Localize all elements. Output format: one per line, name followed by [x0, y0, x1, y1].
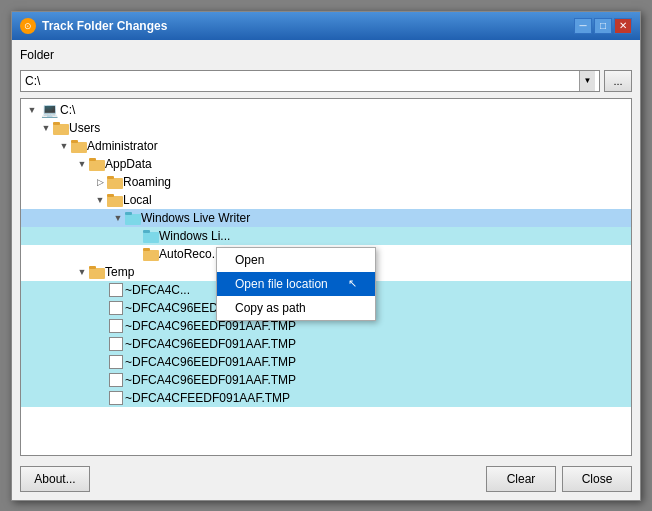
- folder-icon: [89, 265, 105, 279]
- folder-icon: [125, 211, 141, 225]
- file-icon: [109, 355, 123, 369]
- browse-button[interactable]: ...: [604, 70, 632, 92]
- svg-rect-14: [143, 250, 159, 261]
- file-icon: [109, 391, 123, 405]
- svg-rect-3: [71, 140, 78, 143]
- svg-rect-9: [107, 194, 114, 197]
- tree-label-tmp7: ~DFCA4CFEEDF091AAF.TMP: [125, 391, 290, 405]
- tree-label-windows: Windows Li...: [159, 229, 230, 243]
- svg-rect-5: [89, 158, 96, 161]
- folder-tree-container[interactable]: ▼ 💻 C:\ ▼ Users ▼ Administrator: [20, 98, 632, 456]
- context-menu-copy-path[interactable]: Copy as path: [217, 296, 375, 320]
- tree-item-wlw[interactable]: ▼ Windows Live Writer: [21, 209, 631, 227]
- expand-icon: ▼: [25, 103, 39, 117]
- folder-path: C:\: [25, 74, 579, 88]
- tree-label-admin: Administrator: [87, 139, 158, 153]
- cursor-arrow: ↖: [348, 277, 357, 290]
- tree-label-local: Local: [123, 193, 152, 207]
- tree-item-tmp7[interactable]: ~DFCA4CFEEDF091AAF.TMP: [21, 389, 631, 407]
- context-menu: Open Open file location ↖ Copy as path: [216, 247, 376, 321]
- maximize-button[interactable]: □: [594, 18, 612, 34]
- folder-combo[interactable]: C:\ ▼: [20, 70, 600, 92]
- tree-item-tmp4[interactable]: ~DFCA4C96EEDF091AAF.TMP: [21, 335, 631, 353]
- tree-item-tmp6[interactable]: ~DFCA4C96EEDF091AAF.TMP: [21, 371, 631, 389]
- file-icon: [109, 301, 123, 315]
- svg-rect-10: [125, 214, 141, 225]
- tree-item-windows[interactable]: Windows Li...: [21, 227, 631, 245]
- close-window-button[interactable]: ✕: [614, 18, 632, 34]
- main-window: ⊙ Track Folder Changes ─ □ ✕ Folder C:\ …: [11, 11, 641, 501]
- file-icon: [109, 337, 123, 351]
- expand-icon: ▼: [93, 193, 107, 207]
- minimize-button[interactable]: ─: [574, 18, 592, 34]
- svg-rect-2: [71, 142, 87, 153]
- expand-icon: [93, 391, 107, 405]
- tree-item-root[interactable]: ▼ 💻 C:\: [21, 101, 631, 119]
- content-area: Folder C:\ ▼ ... ▼ 💻 C:\ ▼: [12, 40, 640, 500]
- tree-item-users[interactable]: ▼ Users: [21, 119, 631, 137]
- folder-icon: [143, 229, 159, 243]
- tree-label-temp: Temp: [105, 265, 134, 279]
- folder-row: C:\ ▼ ...: [20, 70, 632, 92]
- tree-label-users: Users: [69, 121, 100, 135]
- tree-label-wlw: Windows Live Writer: [141, 211, 250, 225]
- expand-icon: ▼: [75, 157, 89, 171]
- expand-icon: ▼: [111, 211, 125, 225]
- tree-label-roaming: Roaming: [123, 175, 171, 189]
- svg-rect-12: [143, 232, 159, 243]
- folder-label: Folder: [20, 48, 632, 62]
- expand-icon: ▷: [93, 175, 107, 189]
- tree-label-root: C:\: [60, 103, 75, 117]
- expand-icon: [93, 373, 107, 387]
- folder-dropdown-arrow[interactable]: ▼: [579, 71, 595, 91]
- tree-label-tmp3: ~DFCA4C96EEDF091AAF.TMP: [125, 319, 296, 333]
- svg-rect-13: [143, 230, 150, 233]
- folder-icon: [89, 157, 105, 171]
- titlebar: ⊙ Track Folder Changes ─ □ ✕: [12, 12, 640, 40]
- svg-rect-7: [107, 176, 114, 179]
- expand-icon: [93, 355, 107, 369]
- tree-item-admin[interactable]: ▼ Administrator: [21, 137, 631, 155]
- titlebar-buttons: ─ □ ✕: [574, 18, 632, 34]
- bottom-bar: About... Clear Close: [20, 462, 632, 492]
- clear-button[interactable]: Clear: [486, 466, 556, 492]
- file-icon: [109, 373, 123, 387]
- expand-icon: [93, 283, 107, 297]
- folder-icon: [107, 193, 123, 207]
- folder-icon: [53, 121, 69, 135]
- folder-icon: [71, 139, 87, 153]
- close-button[interactable]: Close: [562, 466, 632, 492]
- tree-item-local[interactable]: ▼ Local: [21, 191, 631, 209]
- expand-icon: ▼: [57, 139, 71, 153]
- tree-item-roaming[interactable]: ▷ Roaming: [21, 173, 631, 191]
- expand-icon: ▼: [39, 121, 53, 135]
- svg-rect-17: [89, 266, 96, 269]
- tree-item-appdata[interactable]: ▼ AppData: [21, 155, 631, 173]
- file-icon: [109, 319, 123, 333]
- tree-item-tmp5[interactable]: ~DFCA4C96EEDF091AAF.TMP: [21, 353, 631, 371]
- folder-icon: [107, 175, 123, 189]
- about-button[interactable]: About...: [20, 466, 90, 492]
- svg-rect-1: [53, 122, 60, 125]
- file-icon: [109, 283, 123, 297]
- svg-rect-8: [107, 196, 123, 207]
- tree-label-appdata: AppData: [105, 157, 152, 171]
- tree-label-tmp1: ~DFCA4C...: [125, 283, 190, 297]
- titlebar-left: ⊙ Track Folder Changes: [20, 18, 167, 34]
- svg-rect-16: [89, 268, 105, 279]
- tree-label-tmp6: ~DFCA4C96EEDF091AAF.TMP: [125, 373, 296, 387]
- expand-icon: [93, 301, 107, 315]
- svg-rect-4: [89, 160, 105, 171]
- expand-icon: [93, 319, 107, 333]
- svg-rect-11: [125, 212, 132, 215]
- context-menu-open[interactable]: Open: [217, 248, 375, 272]
- context-menu-open-location[interactable]: Open file location ↖: [217, 272, 375, 296]
- tree-label-tmp4: ~DFCA4C96EEDF091AAF.TMP: [125, 337, 296, 351]
- tree-label-autorec: AutoReco...: [159, 247, 222, 261]
- svg-rect-0: [53, 124, 69, 135]
- svg-rect-6: [107, 178, 123, 189]
- folder-icon: [143, 247, 159, 261]
- window-title: Track Folder Changes: [42, 19, 167, 33]
- svg-rect-15: [143, 248, 150, 251]
- app-icon: ⊙: [20, 18, 36, 34]
